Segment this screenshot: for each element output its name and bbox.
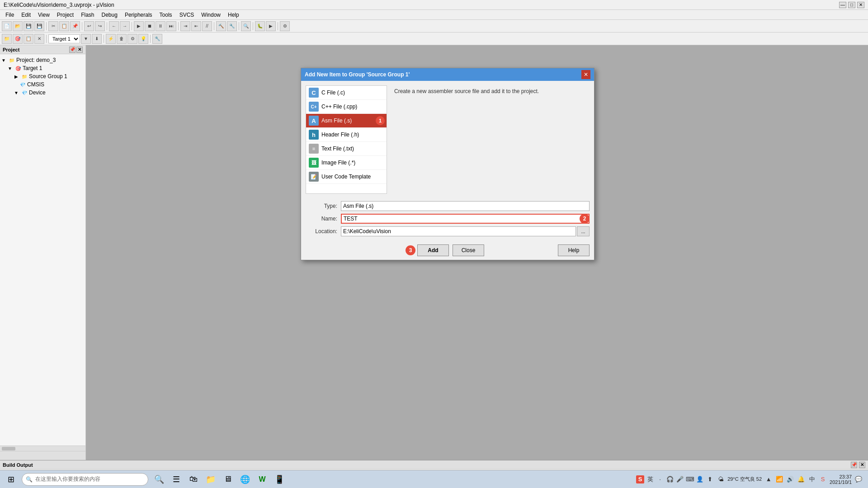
browse-button[interactable]: ...: [577, 226, 590, 236]
btn5[interactable]: ▶: [134, 21, 144, 31]
build-btn[interactable]: 🔨: [216, 21, 226, 31]
menu-item-flash[interactable]: Flash: [77, 11, 98, 19]
modal-close-button[interactable]: ✕: [581, 70, 590, 79]
taskbar: ⊞ 🔍 在这里输入你要搜索的内容 🔍 ☰ 🛍 📁 🖥 🌐 W 📱 S 英 · 🎧…: [0, 470, 868, 488]
new-file-btn[interactable]: 📄: [2, 21, 12, 31]
build-pin-btn[interactable]: 📌: [851, 462, 857, 468]
panel-close-btn[interactable]: ✕: [76, 47, 83, 53]
comment-btn[interactable]: //: [202, 21, 212, 31]
wrench-btn[interactable]: 🔧: [152, 34, 162, 44]
filetype-c[interactable]: C C File (.c): [306, 86, 387, 100]
main-layout: Project 📌 ✕ ▼ 📁 Project: demo_3 ▼ 🎯 Targ…: [0, 45, 868, 460]
taskbar-monitor[interactable]: 🖥: [220, 471, 236, 488]
taskbar-mobile[interactable]: 📱: [271, 471, 288, 488]
save-all-btn[interactable]: 💾: [34, 21, 44, 31]
tree-item-cmsis[interactable]: 💎 CMSIS: [0, 80, 85, 89]
target-drop-btn[interactable]: ▼: [81, 34, 91, 44]
taskbar-task-view[interactable]: ☰: [168, 471, 184, 488]
filetype-txt[interactable]: ≡ Text File (.txt): [306, 142, 387, 156]
sep1: [46, 22, 47, 30]
nav-back-btn[interactable]: ←: [109, 21, 119, 31]
menu-item-file[interactable]: File: [2, 11, 18, 19]
tree-item-device[interactable]: ▼ 💎 Device: [0, 89, 85, 97]
undo-btn[interactable]: ↩: [84, 21, 94, 31]
redo-btn[interactable]: ↪: [95, 21, 105, 31]
menu-item-project[interactable]: Project: [53, 11, 77, 19]
tree-item-sourcegroup[interactable]: ▶ 📁 Source Group 1: [0, 72, 85, 80]
erase-btn[interactable]: 🗑: [117, 34, 127, 44]
menu-item-tools[interactable]: Tools: [156, 11, 176, 19]
settings-btn[interactable]: ⚙: [280, 21, 290, 31]
paste-btn[interactable]: 📌: [70, 21, 80, 31]
taskbar-store[interactable]: 🛍: [185, 471, 202, 488]
minimize-button[interactable]: —: [839, 2, 846, 8]
tree-item-project[interactable]: ▼ 📁 Project: demo_3: [0, 56, 85, 64]
save-btn[interactable]: 💾: [24, 21, 33, 31]
run-btn[interactable]: ▶: [266, 21, 276, 31]
option-btn[interactable]: ⚙: [127, 34, 137, 44]
tray-headset[interactable]: 🎧: [666, 475, 674, 483]
project-btn[interactable]: 📁: [2, 34, 12, 44]
taskbar-search-btn[interactable]: 🔍: [151, 471, 167, 488]
rebuild-btn[interactable]: 🔧: [227, 21, 237, 31]
manage-btn[interactable]: 📋: [24, 34, 33, 44]
bottom-tabs: [0, 451, 85, 460]
add-button[interactable]: Add: [417, 244, 449, 256]
taskbar-search[interactable]: 🔍 在这里输入你要搜索的内容: [22, 473, 148, 486]
tray-keyboard[interactable]: ⌨: [686, 475, 694, 483]
s-tray-icon[interactable]: S: [636, 475, 644, 483]
filetype-asm[interactable]: A Asm File (.s) 1: [306, 114, 387, 128]
nav-fwd-btn[interactable]: →: [120, 21, 130, 31]
close-panel-btn[interactable]: ✕: [34, 34, 44, 44]
menu-item-svcs[interactable]: SVCS: [176, 11, 198, 19]
search-btn[interactable]: 🔍: [241, 21, 251, 31]
taskbar-explorer[interactable]: 📁: [203, 471, 219, 488]
copy-btn[interactable]: 📋: [59, 21, 69, 31]
notification-panel-btn[interactable]: 💬: [854, 475, 863, 483]
cut-btn[interactable]: ✂: [48, 21, 58, 31]
tray-user[interactable]: 👤: [696, 475, 704, 483]
indent-btn[interactable]: ⇥: [180, 21, 190, 31]
filetype-cpp[interactable]: C+ C++ File (.cpp): [306, 100, 387, 114]
location-input[interactable]: [341, 226, 576, 236]
taskbar-word[interactable]: W: [254, 471, 270, 488]
menu-item-debug[interactable]: Debug: [98, 11, 121, 19]
start-button[interactable]: ⊞: [2, 471, 20, 488]
name-input[interactable]: [341, 214, 590, 224]
unindent-btn[interactable]: ⇤: [191, 21, 201, 31]
btn8[interactable]: ⏭: [166, 21, 176, 31]
close-button[interactable]: ✕: [857, 2, 864, 8]
panel-pin-btn[interactable]: 📌: [69, 47, 75, 53]
menu-item-help[interactable]: Help: [224, 11, 243, 19]
menu-item-view[interactable]: View: [34, 11, 53, 19]
close-dialog-button[interactable]: Close: [453, 244, 484, 256]
modal-header: Add New Item to Group 'Source Group 1' ✕: [301, 68, 594, 81]
btn6[interactable]: ⏹: [145, 21, 155, 31]
lang-tray[interactable]: 英: [646, 475, 654, 483]
left-panel: Project 📌 ✕ ▼ 📁 Project: demo_3 ▼ 🎯 Targ…: [0, 45, 86, 460]
taskbar-browser[interactable]: 🌐: [237, 471, 253, 488]
menu-item-peripherals[interactable]: Peripherals: [121, 11, 156, 19]
filetype-usr[interactable]: 📝 User Code Template: [306, 170, 387, 184]
build-close-btn[interactable]: ✕: [859, 462, 865, 468]
maximize-button[interactable]: □: [848, 2, 855, 8]
type-input[interactable]: [341, 201, 590, 211]
tray-mic[interactable]: 🎤: [676, 475, 684, 483]
tree-item-target[interactable]: ▼ 🎯 Target 1: [0, 64, 85, 72]
flash-download-btn[interactable]: 💡: [138, 34, 148, 44]
tray-upload[interactable]: ⬆: [706, 475, 714, 483]
target-config-btn[interactable]: 🎯: [13, 34, 23, 44]
target-select[interactable]: Target 1: [48, 34, 80, 43]
filetype-h[interactable]: h Header File (.h): [306, 128, 387, 142]
btn7[interactable]: ⏸: [156, 21, 165, 31]
h-scrollbar[interactable]: [0, 446, 85, 451]
help-button[interactable]: Help: [558, 244, 590, 256]
flash-btn[interactable]: ⚡: [106, 34, 116, 44]
menu-item-window[interactable]: Window: [198, 11, 224, 19]
filetype-img[interactable]: 🖼 Image File (.*): [306, 156, 387, 170]
menu-item-edit[interactable]: Edit: [18, 11, 34, 19]
tray-dot1[interactable]: ·: [656, 475, 664, 483]
download-btn[interactable]: ⬇: [92, 34, 102, 44]
open-btn[interactable]: 📂: [13, 21, 23, 31]
debug-btn[interactable]: 🐛: [255, 21, 265, 31]
